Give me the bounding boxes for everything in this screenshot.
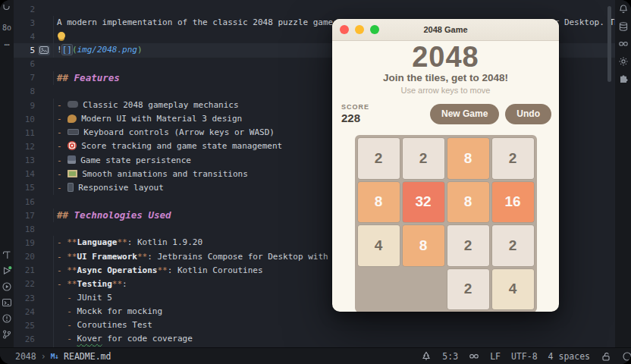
line-number: 13 — [14, 155, 35, 165]
copilot-icon[interactable] — [618, 39, 629, 49]
line-number: 10 — [14, 115, 35, 124]
database-icon[interactable] — [618, 21, 629, 32]
empty-cell — [403, 269, 444, 310]
run-icon[interactable] — [2, 265, 12, 276]
score-value: 228 — [341, 111, 369, 124]
game-heading: 2048 — [332, 43, 559, 71]
window-title: 2048 Game — [332, 19, 559, 40]
markdown-file-icon: M↓ — [51, 352, 59, 360]
line-number: 12 — [14, 142, 35, 152]
line-number: 19 — [14, 238, 35, 248]
tree-icon[interactable] — [421, 351, 432, 362]
line-number: 15 — [14, 183, 35, 193]
problems-icon[interactable] — [2, 313, 12, 324]
status-corner-icon[interactable] — [622, 351, 631, 362]
copilot-icon[interactable] — [469, 351, 479, 362]
tile-16: 16 — [492, 182, 534, 223]
tile-8: 8 — [447, 182, 489, 223]
line-number: 14 — [14, 169, 35, 179]
editor-line[interactable]: 2 — [14, 2, 615, 16]
line-number: 20 — [14, 252, 35, 262]
bell-icon[interactable] — [618, 4, 629, 14]
floppy-emoji-icon — [67, 155, 76, 164]
app-window: 23A modern implementation of the classic… — [0, 0, 631, 364]
unlock-icon[interactable] — [601, 351, 611, 362]
new-game-button[interactable]: New Game — [430, 104, 499, 124]
line-number: 25 — [14, 321, 35, 331]
line-number: 3 — [14, 18, 35, 28]
cursor-position[interactable]: 5:3 — [442, 351, 458, 362]
chevron-right-icon: › — [41, 351, 46, 362]
tile-4: 4 — [492, 269, 534, 310]
editor-line[interactable]: 26 - Kover for code coverage — [14, 332, 615, 346]
phone-emoji-icon — [67, 183, 74, 192]
code-text: - Coroutines Test — [53, 318, 615, 332]
line-number: 16 — [14, 197, 35, 207]
line-number: 8 — [14, 86, 35, 96]
build-icon[interactable] — [2, 249, 12, 260]
tile-2: 2 — [403, 138, 444, 179]
hook-icon[interactable] — [2, 5, 12, 15]
git-branch-icon[interactable] — [2, 329, 12, 340]
breadcrumb-project[interactable]: 2048 — [15, 351, 36, 362]
line-number: 26 — [14, 334, 35, 344]
line-number: 24 — [14, 307, 35, 317]
line-number: 7 — [14, 73, 35, 83]
undo-button[interactable]: Undo — [505, 104, 551, 124]
tile-32: 32 — [403, 182, 444, 223]
terminal-icon[interactable] — [2, 297, 12, 308]
tile-4: 4 — [358, 225, 400, 266]
left-activity-bar: 8o⋯ — [0, 0, 14, 347]
game-subtitle: Join the tiles, get to 2048! — [332, 72, 559, 83]
game-window: 2048 Game 2048 Join the tiles, get to 20… — [332, 19, 559, 312]
line-number: 22 — [14, 279, 35, 289]
editor-scrollbar[interactable] — [607, 6, 611, 82]
dart-emoji-icon — [67, 141, 77, 150]
line-ending[interactable]: LF — [490, 351, 501, 362]
line-number: 18 — [14, 224, 35, 234]
tile-8: 8 — [358, 182, 400, 223]
tile-8: 8 — [447, 138, 489, 179]
line-number: 17 — [14, 211, 35, 221]
debug-icon[interactable] — [2, 281, 12, 292]
game-hint: Use arrow keys to move — [332, 86, 559, 95]
palette-emoji-icon — [67, 115, 77, 123]
line-number: 6 — [14, 59, 35, 69]
lightbulb-emoji-icon — [58, 32, 65, 39]
line-number: 4 — [14, 32, 35, 42]
controller-emoji-icon — [67, 101, 78, 108]
extensions-icon[interactable] — [618, 74, 629, 84]
tile-2: 2 — [358, 138, 400, 179]
breadcrumb: 2048 › M↓ README.md — [15, 351, 111, 362]
keyboard-emoji-icon — [67, 129, 79, 135]
line-number: 11 — [14, 128, 35, 138]
encoding[interactable]: UTF-8 — [511, 351, 538, 362]
symbols-icon[interactable]: 8o — [2, 22, 12, 33]
score-block: SCORE 228 — [341, 103, 369, 124]
code-text: - Kover for code coverage — [53, 332, 615, 346]
picture-emoji-icon — [67, 170, 77, 177]
line-number: 21 — [14, 265, 35, 275]
score-label: SCORE — [341, 103, 369, 111]
game-board: 2282832816482224 — [355, 135, 537, 312]
tile-2: 2 — [447, 225, 489, 266]
tile-2: 2 — [492, 138, 534, 179]
right-activity-bar — [615, 0, 631, 347]
line-number: 5 — [14, 46, 35, 55]
line-number: 23 — [14, 293, 35, 303]
settings-icon[interactable] — [618, 56, 629, 67]
empty-cell — [358, 269, 400, 310]
window-titlebar[interactable]: 2048 Game — [332, 19, 559, 41]
status-bar: 2048 › M↓ README.md 5:3 LF UTF-8 4 space… — [0, 347, 631, 364]
tile-8: 8 — [403, 225, 444, 266]
more-icon[interactable]: ⋯ — [2, 39, 12, 50]
tile-2: 2 — [447, 269, 489, 310]
status-right: 5:3 LF UTF-8 4 spaces — [421, 351, 625, 362]
tile-2: 2 — [492, 225, 534, 266]
breadcrumb-file[interactable]: README.md — [64, 351, 111, 362]
editor-line[interactable]: 25 - Coroutines Test — [14, 318, 615, 332]
image-preview-icon[interactable] — [38, 46, 50, 55]
line-number: 9 — [14, 101, 35, 111]
line-number: 2 — [14, 5, 35, 14]
indentation[interactable]: 4 spaces — [548, 351, 590, 362]
